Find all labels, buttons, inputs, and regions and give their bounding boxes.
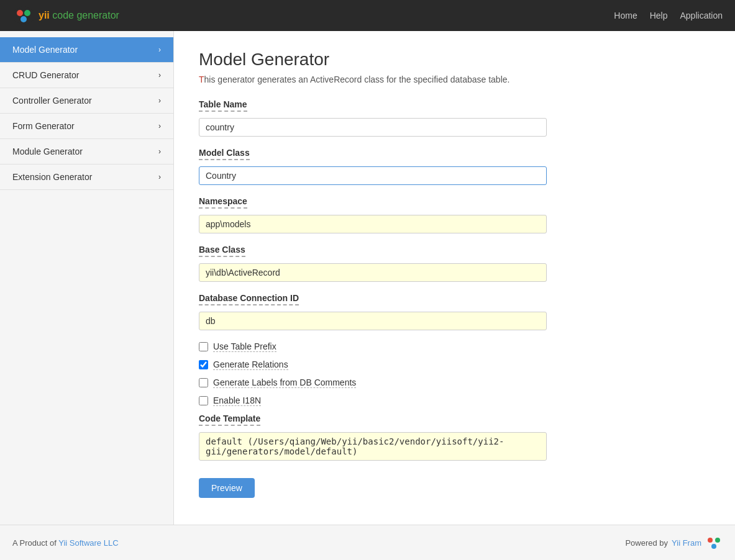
nav-help[interactable]: Help — [650, 11, 668, 20]
footer-left-text: A Product of — [12, 538, 58, 548]
nav-application[interactable]: Application — [680, 11, 723, 20]
namespace-label: Namespace — [199, 196, 247, 209]
footer-right-link[interactable]: Yii Fram — [672, 538, 701, 548]
logo: yii code generator — [12, 4, 119, 27]
sidebar-item-model[interactable]: Model Generator › — [0, 37, 173, 63]
enable-i18n-label[interactable]: Enable I18N — [213, 395, 261, 406]
svg-point-3 — [21, 16, 27, 22]
namespace-group: Namespace — [199, 196, 710, 233]
description-text: his generator generates an ActiveRecord … — [204, 75, 510, 84]
generate-relations-checkbox[interactable] — [199, 360, 208, 369]
page-description: This generator generates an ActiveRecord… — [199, 75, 710, 84]
svg-point-2 — [24, 10, 30, 16]
chevron-right-icon: › — [158, 173, 161, 181]
generate-relations-label[interactable]: Generate Relations — [213, 359, 288, 370]
content: Model Generator This generator generates… — [174, 31, 735, 525]
code-template-group: Code Template default (/Users/qiang/Web/… — [199, 413, 710, 461]
base-class-input[interactable] — [199, 263, 547, 282]
sidebar-item-label-form: Form Generator — [12, 121, 75, 131]
enable-i18n-group: Enable I18N — [199, 395, 710, 406]
sidebar-item-label-controller: Controller Generator — [12, 96, 92, 106]
logo-text: yii code generator — [39, 10, 119, 21]
sidebar-item-label-extension: Extension Generator — [12, 172, 92, 182]
yii-footer-logo-icon — [705, 534, 723, 551]
header: yii code generator Home Help Application — [0, 0, 735, 31]
header-nav: Home Help Application — [614, 11, 723, 20]
code-template-label: Code Template — [199, 413, 260, 426]
footer-left: A Product of Yii Software LLC — [12, 538, 119, 548]
svg-point-6 — [711, 544, 716, 549]
base-class-label: Base Class — [199, 245, 245, 257]
use-table-prefix-label[interactable]: Use Table Prefix — [213, 341, 276, 352]
main-layout: Model Generator › CRUD Generator › Contr… — [0, 31, 735, 525]
footer: A Product of Yii Software LLC Powered by… — [0, 525, 735, 560]
db-connection-group: Database Connection ID — [199, 293, 710, 330]
enable-i18n-checkbox[interactable] — [199, 396, 208, 405]
sidebar-item-label-model: Model Generator — [12, 45, 78, 55]
use-table-prefix-checkbox[interactable] — [199, 342, 208, 351]
chevron-right-icon: › — [158, 96, 161, 105]
db-connection-input[interactable] — [199, 312, 547, 330]
model-class-input[interactable] — [199, 166, 547, 185]
chevron-right-icon: › — [158, 147, 161, 156]
model-class-group: Model Class — [199, 148, 710, 185]
table-name-label: Table Name — [199, 99, 247, 112]
generate-labels-group: Generate Labels from DB Comments — [199, 377, 710, 388]
model-class-label: Model Class — [199, 148, 250, 160]
base-class-group: Base Class — [199, 245, 710, 282]
footer-right-text: Powered by — [625, 538, 668, 548]
code-template-input[interactable]: default (/Users/qiang/Web/yii/basic2/ven… — [199, 432, 547, 461]
generate-relations-group: Generate Relations — [199, 359, 710, 370]
footer-left-link[interactable]: Yii Software LLC — [58, 538, 118, 548]
table-name-group: Table Name — [199, 99, 710, 137]
generate-labels-checkbox[interactable] — [199, 378, 208, 387]
chevron-right-icon: › — [158, 45, 161, 54]
chevron-right-icon: › — [158, 122, 161, 130]
page-title: Model Generator — [199, 50, 710, 70]
footer-right: Powered by Yii Fram — [625, 534, 723, 551]
sidebar-item-label-crud: CRUD Generator — [12, 70, 79, 80]
sidebar: Model Generator › CRUD Generator › Contr… — [0, 31, 174, 525]
sidebar-item-crud[interactable]: CRUD Generator › — [0, 63, 173, 88]
table-name-input[interactable] — [199, 118, 547, 137]
use-table-prefix-group: Use Table Prefix — [199, 341, 710, 352]
sidebar-item-controller[interactable]: Controller Generator › — [0, 88, 173, 114]
svg-point-4 — [708, 538, 713, 543]
chevron-right-icon: › — [158, 71, 161, 79]
preview-button[interactable]: Preview — [199, 478, 255, 498]
db-connection-label: Database Connection ID — [199, 293, 299, 305]
svg-marker-0 — [14, 6, 34, 25]
sidebar-item-module[interactable]: Module Generator › — [0, 139, 173, 165]
nav-home[interactable]: Home — [614, 11, 637, 20]
sidebar-item-label-module: Module Generator — [12, 147, 83, 156]
namespace-input[interactable] — [199, 215, 547, 233]
svg-point-5 — [715, 538, 720, 543]
yii-logo-icon — [12, 4, 35, 27]
svg-point-1 — [17, 10, 23, 16]
sidebar-item-extension[interactable]: Extension Generator › — [0, 165, 173, 190]
generate-labels-label[interactable]: Generate Labels from DB Comments — [213, 377, 356, 388]
sidebar-item-form[interactable]: Form Generator › — [0, 114, 173, 139]
description-highlight: T — [199, 75, 204, 84]
